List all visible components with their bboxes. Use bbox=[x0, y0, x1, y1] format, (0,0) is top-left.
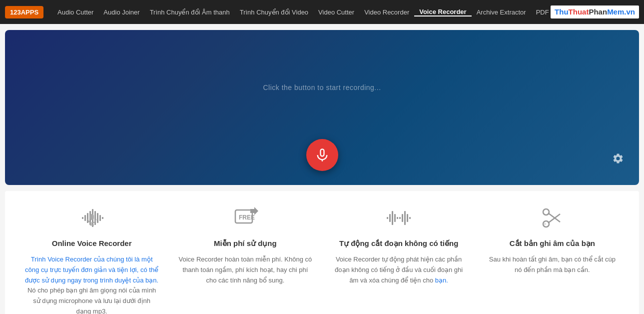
svg-rect-9 bbox=[90, 214, 94, 220]
svg-rect-6 bbox=[97, 213, 98, 223]
feature-free: FREE Miễn phí sử dụng Voice Recorder hoà… bbox=[168, 206, 322, 314]
settings-button[interactable] bbox=[612, 152, 624, 168]
nav-trinh-chuyen-doi-video[interactable]: Trình Chuyển đổi Video bbox=[235, 8, 313, 16]
svg-rect-1 bbox=[84, 215, 86, 221]
svg-rect-8 bbox=[102, 217, 103, 219]
hero-section: Click the button to start recording... bbox=[5, 30, 639, 185]
feature-silence-cut: Tự động cắt đoạn không có tiếng Voice Re… bbox=[322, 206, 476, 314]
svg-rect-15 bbox=[389, 214, 391, 222]
feature-trim: Cắt bản ghi âm của bạn Sau khi hoàn tất … bbox=[476, 206, 629, 314]
nav-video-cutter[interactable]: Video Cutter bbox=[313, 8, 359, 16]
nav-voice-recorder[interactable]: Voice Recorder bbox=[414, 8, 471, 16]
nav-audio-cutter[interactable]: Audio Cutter bbox=[52, 8, 98, 16]
svg-line-27 bbox=[548, 214, 560, 223]
svg-rect-18 bbox=[397, 217, 398, 219]
free-icon: FREE bbox=[178, 206, 312, 230]
feature-2-title: Miễn phí sử dụng bbox=[178, 238, 312, 248]
feature-3-title: Tự động cắt đoạn không có tiếng bbox=[332, 238, 466, 248]
feature-online-recorder: Online Voice Recorder Trình Voice Record… bbox=[15, 206, 168, 314]
svg-text:FREE: FREE bbox=[239, 214, 255, 221]
features-section: Online Voice Recorder Trình Voice Record… bbox=[5, 191, 639, 314]
svg-rect-22 bbox=[407, 214, 408, 222]
svg-rect-21 bbox=[404, 211, 406, 225]
svg-line-26 bbox=[548, 213, 560, 222]
feature-2-desc: Voice Recorder hoàn toàn miễn phí. Không… bbox=[178, 254, 312, 286]
wavecut-icon bbox=[332, 206, 466, 230]
svg-rect-19 bbox=[399, 217, 401, 219]
feature-1-desc: Trình Voice Recorder của chúng tôi là mộ… bbox=[25, 254, 158, 314]
svg-rect-20 bbox=[402, 214, 403, 222]
brand-logo: ThuThuatPhanMem.vn bbox=[551, 6, 639, 18]
brand-thuat: Thuat bbox=[569, 8, 589, 16]
brand-text: ThuThuatPhanMem.vn bbox=[555, 8, 635, 16]
nav-trinh-chuyen-doi-am-thanh[interactable]: Trình Chuyển đổi Âm thanh bbox=[145, 8, 235, 16]
svg-point-25 bbox=[543, 209, 549, 215]
nav-audio-joiner[interactable]: Audio Joiner bbox=[98, 8, 144, 16]
mic-icon bbox=[315, 148, 329, 162]
svg-rect-5 bbox=[94, 211, 96, 225]
nav-pdf-tools[interactable]: PDF T... bbox=[531, 8, 551, 16]
svg-rect-14 bbox=[387, 217, 388, 219]
nav-video-recorder[interactable]: Video Recorder bbox=[359, 8, 414, 16]
brand-mem: Mem bbox=[607, 8, 624, 16]
hero-prompt: Click the button to start recording... bbox=[263, 84, 381, 92]
svg-rect-23 bbox=[409, 217, 411, 219]
navbar: 123APPS Audio Cutter Audio Joiner Trình … bbox=[0, 0, 644, 24]
brand-vn: .vn bbox=[624, 8, 635, 16]
feature-3-desc: Voice Recorder tự động phát hiện các phầ… bbox=[332, 254, 466, 286]
brand-thu: Thu bbox=[555, 8, 569, 16]
brand-phan: Phan bbox=[589, 8, 607, 16]
recorder-icon bbox=[25, 206, 158, 230]
gear-icon bbox=[612, 152, 624, 164]
nav-archive-extractor[interactable]: Archive Extractor bbox=[472, 8, 531, 16]
feature-4-desc: Sau khi hoàn tất ghi âm, bạn có thể cắt … bbox=[486, 254, 619, 276]
svg-rect-17 bbox=[394, 214, 396, 222]
svg-rect-7 bbox=[99, 215, 101, 221]
logo[interactable]: 123APPS bbox=[5, 6, 43, 18]
svg-rect-16 bbox=[392, 211, 393, 225]
feature-4-title: Cắt bản ghi âm của bạn bbox=[486, 238, 619, 248]
feature-1-title: Online Voice Recorder bbox=[25, 238, 158, 248]
nav-links: Audio Cutter Audio Joiner Trình Chuyển đ… bbox=[52, 8, 551, 16]
svg-rect-0 bbox=[82, 217, 83, 219]
record-button[interactable] bbox=[306, 139, 338, 171]
scissors-icon bbox=[486, 206, 619, 230]
